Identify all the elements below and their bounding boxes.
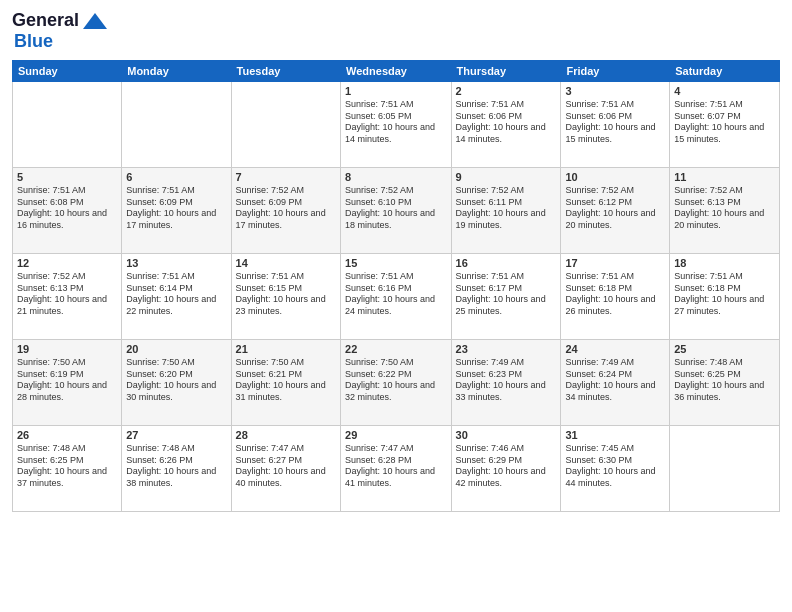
calendar-cell: 20Sunrise: 7:50 AMSunset: 6:20 PMDayligh…	[122, 340, 231, 426]
day-info: Sunset: 6:17 PM	[456, 283, 557, 295]
day-number: 31	[565, 429, 665, 441]
day-info: Sunrise: 7:51 AM	[565, 99, 665, 111]
day-info: Daylight: 10 hours and 33 minutes.	[456, 380, 557, 403]
day-info: Sunrise: 7:45 AM	[565, 443, 665, 455]
calendar-cell: 28Sunrise: 7:47 AMSunset: 6:27 PMDayligh…	[231, 426, 340, 512]
calendar-cell	[13, 82, 122, 168]
day-number: 1	[345, 85, 447, 97]
calendar-cell: 13Sunrise: 7:51 AMSunset: 6:14 PMDayligh…	[122, 254, 231, 340]
header: General Blue	[12, 10, 780, 52]
day-info: Sunset: 6:13 PM	[674, 197, 775, 209]
day-info: Sunset: 6:09 PM	[126, 197, 226, 209]
calendar-table: SundayMondayTuesdayWednesdayThursdayFrid…	[12, 60, 780, 512]
day-info: Daylight: 10 hours and 17 minutes.	[236, 208, 336, 231]
day-info: Daylight: 10 hours and 23 minutes.	[236, 294, 336, 317]
day-info: Daylight: 10 hours and 30 minutes.	[126, 380, 226, 403]
calendar-cell: 18Sunrise: 7:51 AMSunset: 6:18 PMDayligh…	[670, 254, 780, 340]
calendar-cell: 6Sunrise: 7:51 AMSunset: 6:09 PMDaylight…	[122, 168, 231, 254]
logo-blue: Blue	[14, 31, 53, 52]
day-info: Sunrise: 7:52 AM	[565, 185, 665, 197]
day-info: Sunset: 6:30 PM	[565, 455, 665, 467]
day-info: Sunset: 6:12 PM	[565, 197, 665, 209]
day-number: 17	[565, 257, 665, 269]
calendar-cell: 29Sunrise: 7:47 AMSunset: 6:28 PMDayligh…	[341, 426, 452, 512]
day-info: Sunrise: 7:52 AM	[674, 185, 775, 197]
day-info: Sunrise: 7:47 AM	[236, 443, 336, 455]
day-info: Sunrise: 7:46 AM	[456, 443, 557, 455]
day-info: Daylight: 10 hours and 20 minutes.	[674, 208, 775, 231]
day-number: 26	[17, 429, 117, 441]
calendar-cell: 5Sunrise: 7:51 AMSunset: 6:08 PMDaylight…	[13, 168, 122, 254]
day-info: Sunset: 6:11 PM	[456, 197, 557, 209]
day-info: Daylight: 10 hours and 31 minutes.	[236, 380, 336, 403]
day-info: Daylight: 10 hours and 26 minutes.	[565, 294, 665, 317]
calendar-cell: 19Sunrise: 7:50 AMSunset: 6:19 PMDayligh…	[13, 340, 122, 426]
calendar-cell: 26Sunrise: 7:48 AMSunset: 6:25 PMDayligh…	[13, 426, 122, 512]
weekday-header: Sunday	[13, 61, 122, 82]
day-info: Sunrise: 7:51 AM	[456, 99, 557, 111]
svg-marker-0	[83, 13, 107, 29]
day-number: 9	[456, 171, 557, 183]
day-number: 16	[456, 257, 557, 269]
day-info: Daylight: 10 hours and 27 minutes.	[674, 294, 775, 317]
day-info: Daylight: 10 hours and 34 minutes.	[565, 380, 665, 403]
day-info: Daylight: 10 hours and 38 minutes.	[126, 466, 226, 489]
day-info: Sunrise: 7:51 AM	[345, 99, 447, 111]
day-info: Sunrise: 7:52 AM	[17, 271, 117, 283]
day-info: Sunset: 6:06 PM	[456, 111, 557, 123]
day-number: 2	[456, 85, 557, 97]
calendar-cell: 27Sunrise: 7:48 AMSunset: 6:26 PMDayligh…	[122, 426, 231, 512]
day-info: Sunrise: 7:52 AM	[236, 185, 336, 197]
calendar-cell: 23Sunrise: 7:49 AMSunset: 6:23 PMDayligh…	[451, 340, 561, 426]
day-info: Sunset: 6:16 PM	[345, 283, 447, 295]
calendar-cell: 31Sunrise: 7:45 AMSunset: 6:30 PMDayligh…	[561, 426, 670, 512]
day-info: Daylight: 10 hours and 18 minutes.	[345, 208, 447, 231]
calendar-cell: 17Sunrise: 7:51 AMSunset: 6:18 PMDayligh…	[561, 254, 670, 340]
calendar-cell	[670, 426, 780, 512]
day-number: 4	[674, 85, 775, 97]
day-number: 21	[236, 343, 336, 355]
weekday-header: Tuesday	[231, 61, 340, 82]
calendar-cell: 8Sunrise: 7:52 AMSunset: 6:10 PMDaylight…	[341, 168, 452, 254]
day-info: Sunset: 6:21 PM	[236, 369, 336, 381]
day-info: Sunset: 6:06 PM	[565, 111, 665, 123]
day-number: 11	[674, 171, 775, 183]
day-info: Sunrise: 7:48 AM	[17, 443, 117, 455]
day-info: Sunrise: 7:52 AM	[456, 185, 557, 197]
day-info: Sunrise: 7:51 AM	[236, 271, 336, 283]
page: General Blue SundayMondayTuesdayWednesda…	[0, 0, 792, 612]
calendar-cell: 4Sunrise: 7:51 AMSunset: 6:07 PMDaylight…	[670, 82, 780, 168]
day-info: Daylight: 10 hours and 41 minutes.	[345, 466, 447, 489]
day-info: Sunset: 6:19 PM	[17, 369, 117, 381]
day-info: Sunrise: 7:50 AM	[345, 357, 447, 369]
day-info: Sunrise: 7:52 AM	[345, 185, 447, 197]
day-info: Sunrise: 7:51 AM	[565, 271, 665, 283]
day-info: Sunrise: 7:51 AM	[674, 99, 775, 111]
day-info: Sunset: 6:18 PM	[674, 283, 775, 295]
day-info: Sunset: 6:26 PM	[126, 455, 226, 467]
day-info: Daylight: 10 hours and 44 minutes.	[565, 466, 665, 489]
day-info: Sunrise: 7:51 AM	[456, 271, 557, 283]
calendar-cell: 9Sunrise: 7:52 AMSunset: 6:11 PMDaylight…	[451, 168, 561, 254]
logo: General Blue	[12, 10, 109, 52]
weekday-header: Wednesday	[341, 61, 452, 82]
day-number: 3	[565, 85, 665, 97]
calendar-cell: 2Sunrise: 7:51 AMSunset: 6:06 PMDaylight…	[451, 82, 561, 168]
day-number: 14	[236, 257, 336, 269]
day-number: 12	[17, 257, 117, 269]
day-number: 18	[674, 257, 775, 269]
day-number: 10	[565, 171, 665, 183]
day-info: Daylight: 10 hours and 40 minutes.	[236, 466, 336, 489]
day-info: Sunset: 6:18 PM	[565, 283, 665, 295]
day-info: Sunset: 6:27 PM	[236, 455, 336, 467]
day-info: Sunrise: 7:51 AM	[674, 271, 775, 283]
calendar-cell: 16Sunrise: 7:51 AMSunset: 6:17 PMDayligh…	[451, 254, 561, 340]
day-info: Sunset: 6:15 PM	[236, 283, 336, 295]
day-number: 24	[565, 343, 665, 355]
calendar-cell: 21Sunrise: 7:50 AMSunset: 6:21 PMDayligh…	[231, 340, 340, 426]
day-info: Sunrise: 7:48 AM	[126, 443, 226, 455]
day-info: Daylight: 10 hours and 14 minutes.	[345, 122, 447, 145]
day-info: Sunrise: 7:49 AM	[565, 357, 665, 369]
weekday-header: Thursday	[451, 61, 561, 82]
calendar-cell: 24Sunrise: 7:49 AMSunset: 6:24 PMDayligh…	[561, 340, 670, 426]
